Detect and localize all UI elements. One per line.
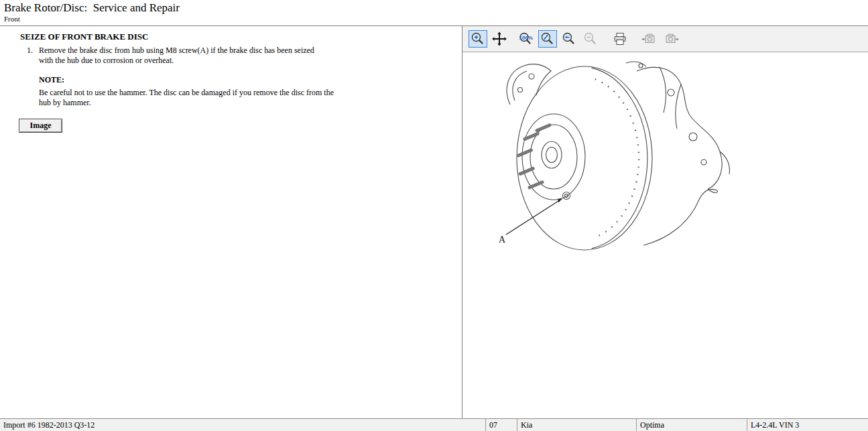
image-button[interactable]: Image (19, 119, 62, 133)
note-text: Be careful not to use the hammer. The di… (39, 88, 334, 108)
image-prev-button[interactable] (640, 30, 659, 48)
pan-button[interactable] (490, 30, 509, 48)
zoom-out-button[interactable] (581, 30, 600, 48)
note-block: NOTE: Be careful not to use the hammer. … (39, 75, 462, 108)
print-button[interactable] (611, 30, 629, 48)
image-prev-icon (641, 32, 658, 46)
image-next-button[interactable] (662, 30, 680, 48)
page-title: Brake Rotor/Disc: Service and Repair (4, 0, 868, 15)
zoom-in-icon (470, 32, 486, 46)
figure-panel: 100% (462, 26, 868, 418)
status-model: Optima (636, 419, 747, 431)
brake-rotor-figure: A (468, 56, 867, 418)
zoom-100-label: 100% (519, 35, 533, 41)
step-number: 1. (27, 46, 39, 66)
pan-icon (491, 32, 507, 46)
zoom-in-button[interactable] (469, 30, 487, 48)
app-window: Brake Rotor/Disc: Service and Repair Fro… (0, 0, 868, 431)
status-make: Kia (517, 419, 636, 431)
zoom-fit-icon (540, 32, 556, 46)
procedure-panel: SEIZE OF FRONT BRAKE DISC 1. Remove the … (0, 26, 462, 418)
figure-viewport: A (462, 52, 868, 418)
status-bar: Import #6 1982-2013 Q3-12 07 Kia Optima … (0, 418, 868, 431)
zoom-out-icon (582, 32, 599, 46)
print-icon (612, 32, 628, 46)
header: Brake Rotor/Disc: Service and Repair Fro… (0, 0, 868, 26)
zoom-fit-button[interactable] (538, 30, 557, 48)
status-engine: L4-2.4L VIN 3 (747, 419, 868, 431)
image-next-icon (662, 32, 680, 46)
zoom-100-button[interactable]: 100% (517, 30, 536, 48)
zoom-dynamic-button[interactable] (560, 30, 578, 48)
note-label: NOTE: (39, 75, 462, 85)
zoom-dynamic-icon (561, 32, 577, 46)
page-subtitle: Front (4, 15, 868, 23)
figure-callout-a: A (499, 235, 506, 245)
status-group: 07 (485, 419, 517, 431)
zoom-100-icon: 100% (517, 32, 535, 46)
section-heading: SEIZE OF FRONT BRAKE DISC (20, 32, 462, 42)
step-item: 1. Remove the brake disc from hub using … (27, 46, 462, 66)
status-import-info: Import #6 1982-2013 Q3-12 (0, 419, 485, 431)
step-text: Remove the brake disc from hub using M8 … (39, 46, 322, 66)
main-area: SEIZE OF FRONT BRAKE DISC 1. Remove the … (0, 26, 868, 418)
figure-toolbar: 100% (462, 26, 868, 52)
